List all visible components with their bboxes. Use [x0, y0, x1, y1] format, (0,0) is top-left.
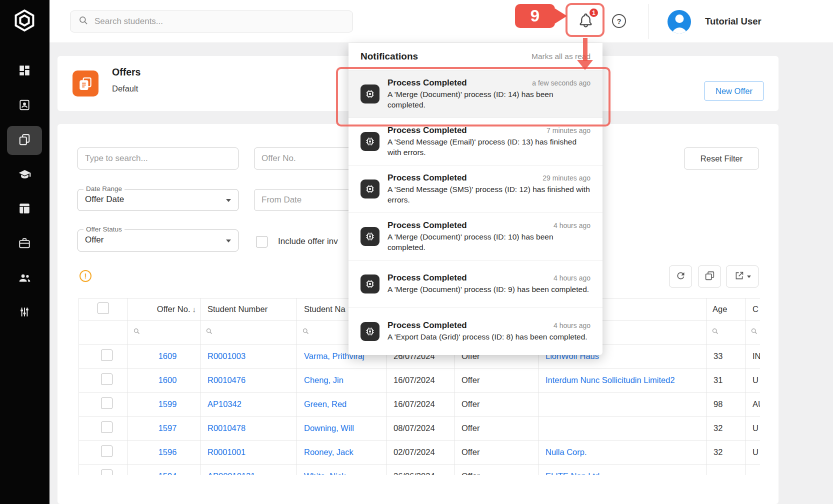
column-header-country[interactable]: C [746, 298, 760, 320]
new-offer-button[interactable]: New Offer [704, 81, 764, 101]
notification-body: A 'Send Message (Email)' process (ID: 13… [388, 137, 590, 157]
row-checkbox[interactable] [101, 398, 112, 409]
topbar: 1 ? Tutorial User [50, 0, 833, 43]
filter-cell[interactable] [706, 320, 746, 344]
sidebar-item-settings[interactable] [7, 298, 42, 328]
row-checkbox[interactable] [101, 422, 112, 433]
notification-body: A 'Export Data (Grid)' process (ID: 8) h… [388, 332, 590, 342]
notification-time: 29 minutes ago [542, 174, 590, 182]
student-name-link[interactable]: Rooney, Jack [304, 448, 354, 456]
notification-time: 4 hours ago [554, 274, 590, 282]
refresh-button[interactable] [669, 266, 692, 288]
country-cell: U [746, 416, 760, 440]
country-cell [746, 464, 760, 476]
row-checkbox[interactable] [101, 446, 112, 457]
include-offer-checkbox[interactable] [256, 236, 268, 248]
process-icon [360, 180, 380, 198]
offer-no-link[interactable]: 1597 [158, 424, 177, 432]
dashboard-icon [18, 64, 31, 79]
date-range-select[interactable]: Date Range Offer Date [78, 189, 238, 211]
process-icon [360, 274, 380, 294]
filter-search-input[interactable] [78, 148, 238, 170]
app-logo[interactable] [7, 6, 42, 37]
company-link[interactable]: Interdum Nunc Sollicitudin Limited2 [546, 376, 675, 384]
app-window: 1 ? Tutorial User Offers Default New Off… [0, 0, 833, 504]
notification-title: Process Completed [388, 126, 467, 136]
column-header-offer-no[interactable]: Offer No.↓ [128, 298, 200, 320]
process-icon [360, 227, 380, 246]
notification-item[interactable]: Process Completed 4 hours ago A 'Merge (… [348, 212, 602, 260]
notification-item[interactable]: Process Completed a few seconds ago A 'M… [348, 70, 602, 118]
include-offer-checkbox-row: Include offer inv [256, 234, 338, 249]
filter-cell[interactable] [200, 320, 297, 344]
notification-title: Process Completed [388, 173, 467, 183]
filter-cell[interactable] [128, 320, 200, 344]
age-cell: 98 [706, 392, 746, 416]
avatar-person-icon [675, 14, 684, 23]
offers-module-icon [72, 70, 98, 96]
notification-title: Process Completed [388, 320, 467, 330]
copy-icon [704, 270, 715, 283]
student-name-link[interactable]: White, Nick [304, 472, 346, 475]
student-number-link[interactable]: R0001003 [208, 352, 246, 360]
table-row: 1596 R0001001 Rooney, Jack 02/07/2024 Of… [79, 440, 760, 464]
column-header-student-number[interactable]: Student Number [200, 298, 297, 320]
student-number-link[interactable]: R0010476 [208, 376, 246, 384]
student-name-link[interactable]: Downing, Will [304, 424, 354, 432]
notifications-button[interactable]: 1 [576, 11, 596, 31]
offer-no-link[interactable]: 1609 [158, 352, 177, 360]
date-range-value: Offer Date [85, 194, 124, 204]
notifications-title: Notifications [360, 51, 418, 62]
sidebar-item-agencies[interactable] [7, 230, 42, 258]
row-checkbox[interactable] [101, 470, 112, 475]
student-number-link[interactable]: AP00010121 [208, 472, 255, 475]
mark-all-read-link[interactable]: Marks all as read [532, 52, 590, 61]
country-cell: AU [746, 392, 760, 416]
country-cell: U [746, 440, 760, 464]
offer-no-link[interactable]: 1596 [158, 448, 177, 456]
notification-item[interactable]: Process Completed 29 minutes ago A 'Send… [348, 165, 602, 212]
question-icon: ? [616, 17, 621, 26]
row-checkbox[interactable] [101, 350, 112, 361]
notification-item[interactable]: Process Completed 4 hours ago A 'Merge (… [348, 260, 602, 308]
sidebar-item-offers[interactable] [7, 126, 42, 155]
notification-item[interactable]: Process Completed 4 hours ago A 'Export … [348, 308, 602, 355]
sidebar-item-courses[interactable] [7, 160, 42, 190]
reset-filter-button[interactable]: Reset Filter [684, 148, 759, 170]
refresh-icon [676, 270, 686, 283]
sidebar-item-students[interactable] [7, 92, 42, 120]
export-button[interactable] [726, 266, 758, 288]
notification-item[interactable]: Process Completed 7 minutes ago A 'Send … [348, 118, 602, 165]
user-avatar[interactable] [668, 10, 691, 34]
company-link[interactable]: ELITE Non Ltd [546, 472, 600, 475]
student-number-link[interactable]: R0001001 [208, 448, 246, 456]
notification-body: A 'Merge (Document)' process (ID: 14) ha… [388, 90, 590, 110]
age-cell: 31 [706, 368, 746, 392]
chevron-down-icon [226, 240, 231, 242]
contacts-icon [18, 98, 31, 114]
status-cell: Offer [454, 392, 538, 416]
row-checkbox[interactable] [101, 374, 112, 385]
offer-no-link[interactable]: 1594 [158, 472, 177, 475]
company-link[interactable]: Nulla Corp. [546, 448, 587, 456]
select-all-checkbox[interactable] [98, 302, 109, 314]
offer-date-cell: 26/06/2024 [386, 464, 454, 476]
offer-no-link[interactable]: 1599 [158, 400, 177, 408]
student-name-link[interactable]: Green, Red [304, 400, 346, 408]
column-header-age[interactable]: Age [706, 298, 746, 320]
sidebar-item-reports[interactable] [7, 195, 42, 224]
filter-cell[interactable] [746, 320, 760, 344]
student-number-link[interactable]: R0010478 [208, 424, 246, 432]
sidebar-item-dashboard[interactable] [7, 57, 42, 86]
offer-status-select[interactable]: Offer Status Offer [78, 230, 238, 252]
offer-no-link[interactable]: 1600 [158, 376, 177, 384]
sidebar-item-agents[interactable] [7, 264, 42, 293]
offer-date-cell: 02/07/2024 [386, 440, 454, 464]
help-button[interactable]: ? [612, 14, 626, 28]
student-name-link[interactable]: Cheng, Jin [304, 376, 344, 384]
info-icon: ! [80, 270, 92, 282]
column-chooser-button[interactable] [698, 266, 721, 288]
search-input[interactable] [94, 16, 334, 26]
student-number-link[interactable]: AP10342 [208, 400, 242, 408]
age-cell: 32 [706, 440, 746, 464]
